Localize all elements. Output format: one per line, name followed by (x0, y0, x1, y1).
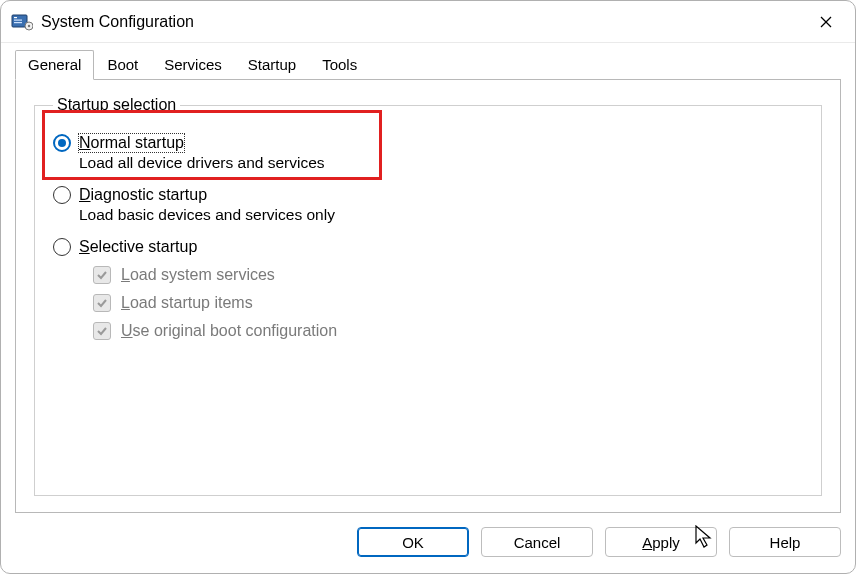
svg-rect-2 (14, 19, 22, 20)
close-icon (820, 16, 832, 28)
svg-rect-3 (14, 22, 22, 23)
msconfig-window: System Configuration General Boot Servic… (0, 0, 856, 574)
tab-startup[interactable]: Startup (235, 50, 309, 80)
check-use-boot-row: Use original boot configuration (93, 322, 803, 340)
check-load-services-row: Load system services (93, 266, 803, 284)
client-area: General Boot Services Startup Tools Star… (1, 43, 855, 513)
tab-strip: General Boot Services Startup Tools (15, 49, 841, 79)
tab-general[interactable]: General (15, 50, 94, 80)
svg-point-5 (28, 24, 30, 26)
window-title: System Configuration (41, 13, 803, 31)
radio-normal-label[interactable]: Normal startup (79, 134, 184, 152)
option-selective-row[interactable]: Selective startup (53, 238, 803, 256)
check-load-startup-label: Load startup items (121, 294, 253, 312)
startup-selection-group: Startup selection Normal startup Load al… (34, 96, 822, 496)
svg-rect-1 (14, 17, 17, 18)
group-legend: Startup selection (53, 96, 180, 114)
cancel-button[interactable]: Cancel (481, 527, 593, 557)
app-icon (11, 12, 33, 32)
help-button[interactable]: Help (729, 527, 841, 557)
radio-normal[interactable] (53, 134, 71, 152)
option-normal-row[interactable]: Normal startup (53, 134, 803, 152)
radio-diagnostic-desc: Load basic devices and services only (79, 206, 803, 224)
check-use-boot (93, 322, 111, 340)
radio-selective-label[interactable]: Selective startup (79, 238, 197, 256)
radio-diagnostic[interactable] (53, 186, 71, 204)
tab-services[interactable]: Services (151, 50, 235, 80)
dialog-buttons: OK Cancel Apply Help (1, 513, 855, 573)
close-button[interactable] (803, 3, 849, 41)
titlebar: System Configuration (1, 1, 855, 43)
apply-button[interactable]: Apply (605, 527, 717, 557)
tab-boot[interactable]: Boot (94, 50, 151, 80)
radio-diagnostic-label[interactable]: Diagnostic startup (79, 186, 207, 204)
check-load-services (93, 266, 111, 284)
check-load-startup-row: Load startup items (93, 294, 803, 312)
tab-tools[interactable]: Tools (309, 50, 370, 80)
radio-selective[interactable] (53, 238, 71, 256)
check-icon (96, 325, 108, 337)
check-load-services-label: Load system services (121, 266, 275, 284)
tab-panel-general: Startup selection Normal startup Load al… (15, 79, 841, 513)
ok-button[interactable]: OK (357, 527, 469, 557)
check-load-startup (93, 294, 111, 312)
check-icon (96, 269, 108, 281)
radio-normal-desc: Load all device drivers and services (79, 154, 803, 172)
option-diagnostic-row[interactable]: Diagnostic startup (53, 186, 803, 204)
check-use-boot-label: Use original boot configuration (121, 322, 337, 340)
check-icon (96, 297, 108, 309)
